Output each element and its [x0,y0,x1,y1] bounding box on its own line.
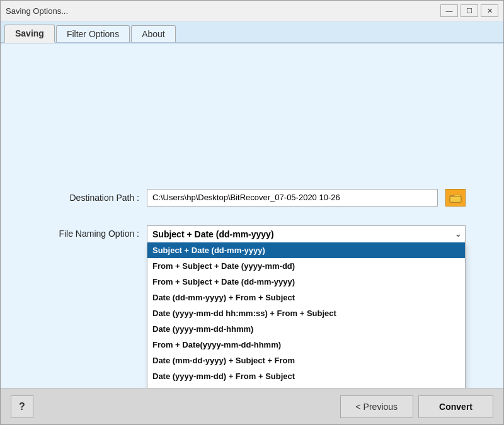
title-bar: Saving Options... — ☐ ✕ [1,1,503,21]
folder-icon [449,193,462,203]
close-button[interactable]: ✕ [481,4,498,17]
dropdown-list: Subject + Date (dd-mm-yyyy) From + Subje… [147,242,466,388]
dropdown-item[interactable]: From + Subject + Date (yyyy-mm-dd) [147,258,465,274]
file-naming-label: File Naming Option : [38,225,139,239]
previous-button[interactable]: < Previous [340,395,414,418]
form-section: Destination Path : File Naming Option : … [13,176,491,256]
destination-path-row: Destination Path : [38,189,466,207]
maximize-button[interactable]: ☐ [461,4,478,17]
bottom-bar: ? < Previous Convert [1,388,503,424]
nav-buttons: < Previous Convert [340,395,493,418]
window-controls: — ☐ ✕ [440,4,498,17]
minimize-button[interactable]: — [440,4,458,17]
window-title: Saving Options... [6,6,68,16]
dropdown-item[interactable]: Date (yyyy-mm-dd) + From + Subject [147,368,465,384]
browse-button[interactable] [445,189,466,207]
dropdown-item[interactable]: Date (mm-dd-yyyy) + Subject + From [147,353,465,368]
destination-label: Destination Path : [38,193,139,203]
dropdown-selected-text: Subject + Date (dd-mm-yyyy) [152,229,274,239]
dropdown-arrow-icon: ⌄ [455,230,461,239]
tab-about[interactable]: About [131,25,176,42]
tab-filter-options[interactable]: Filter Options [56,25,130,42]
dropdown-item[interactable]: Date (dd-mm-yyyy) + From + Subject [147,290,465,305]
destination-path-input[interactable] [147,189,438,207]
file-naming-row: File Naming Option : Subject + Date (dd-… [38,225,466,243]
file-naming-dropdown[interactable]: Subject + Date (dd-mm-yyyy) ⌄ Subject + … [147,225,466,243]
tab-saving[interactable]: Saving [4,25,55,43]
convert-button[interactable]: Convert [418,395,493,418]
tab-bar: Saving Filter Options About [1,21,503,43]
dropdown-item[interactable]: Subject + Date (dd-mm-yyyy) [147,242,465,258]
dropdown-item[interactable]: From + Subject + Date (dd-mm-yyyy) [147,274,465,290]
dropdown-selected[interactable]: Subject + Date (dd-mm-yyyy) ⌄ [147,225,466,243]
help-button[interactable]: ? [11,395,33,418]
main-window: Saving Options... — ☐ ✕ Saving Filter Op… [0,0,504,425]
dropdown-item[interactable]: Date (yyyy-mm-dd-hhmm) [147,321,465,337]
dropdown-item[interactable]: Date (yyyy-mm-dd hh:mm:ss) + From + Subj… [147,305,465,321]
svg-rect-1 [450,196,461,202]
dropdown-item[interactable]: From + Date(yyyy-mm-dd-hhmm) [147,337,465,353]
content-area: Destination Path : File Naming Option : … [1,43,503,388]
dropdown-item[interactable]: Auto Increment [147,384,465,388]
